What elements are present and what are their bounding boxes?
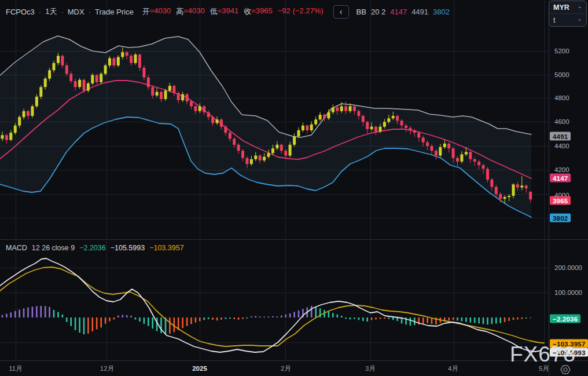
exchange-label: MDX xyxy=(68,8,84,16)
macd-name: MACD xyxy=(6,244,27,252)
bb-upper-value: 4491 xyxy=(411,8,428,16)
time-tick-label: 11月 xyxy=(9,364,22,373)
axis-tick-label: 4400 xyxy=(554,143,569,149)
macd-indicator-legend[interactable]: MACD 12 26 close 9 −2.2036 −105.5993 −10… xyxy=(6,244,184,252)
price-badge: −2.2036 xyxy=(550,315,580,323)
timezone-settings-icon[interactable] xyxy=(560,364,571,375)
macd-hist-value: −2.2036 xyxy=(79,244,106,252)
price-badge: 3802 xyxy=(550,214,571,222)
time-tick-label: 4月 xyxy=(448,364,458,373)
time-tick-label: 2月 xyxy=(281,364,291,373)
axis-tick-label: 5200 xyxy=(554,48,569,54)
close-value: =3965 xyxy=(251,6,273,17)
unit-value: t xyxy=(553,16,555,24)
axis-tick-label: 4800 xyxy=(554,94,569,101)
open-value: =4030 xyxy=(150,6,171,17)
price-badge: 3965 xyxy=(550,196,571,205)
macd-params: 12 26 close 9 xyxy=(32,244,75,252)
chevron-down-icon: ⌄ xyxy=(578,3,582,9)
chevron-left-icon: ‹ xyxy=(340,8,343,16)
price-badge: 4147 xyxy=(550,174,571,182)
chart-app: FCPOc3 · 1天 · MDX · Trade Price 开=4030 高… xyxy=(0,0,588,376)
axis-tick-label: 200.0000 xyxy=(554,264,582,271)
high-label: 高 xyxy=(176,6,183,17)
low-label: 低 xyxy=(210,6,218,17)
ohlc-values: 开=4030 高=4030 低=3941 收=3965 −92 (−2.27%) xyxy=(142,6,324,17)
axis-tick-label: 4600 xyxy=(554,118,569,125)
bb-basis-value: 4147 xyxy=(390,8,407,16)
macd-line-value: −105.5993 xyxy=(111,244,145,252)
interval-label: 1天 xyxy=(45,6,57,17)
close-label: 收 xyxy=(244,6,251,17)
price-badge: 4491 xyxy=(550,132,571,141)
bb-lower-value: 3802 xyxy=(433,8,450,16)
macd-signal-value: −103.3957 xyxy=(149,244,183,252)
price-badge: −103.3957 xyxy=(550,340,588,348)
series-type-label: Trade Price xyxy=(95,8,134,16)
pane-separator[interactable] xyxy=(0,239,588,240)
unit-dropdown[interactable]: t ⌄ xyxy=(549,13,586,26)
axis-tick-label: 4200 xyxy=(554,166,569,173)
bb-params: 20 2 xyxy=(371,8,385,16)
time-tick-label: 12月 xyxy=(100,364,114,373)
price-axis[interactable]: 5200500048004600440042004000200.0000100.… xyxy=(549,0,588,360)
change-value: −92 (−2.27%) xyxy=(278,6,324,17)
bb-indicator-legend[interactable]: BB 20 2 4147 4491 3802 xyxy=(357,8,450,16)
time-tick-label: 5月 xyxy=(539,364,549,373)
high-value: =4030 xyxy=(183,6,205,17)
symbol-name: FCPOc3 xyxy=(6,8,35,16)
separator-dot: · xyxy=(61,8,63,16)
main-legend[interactable]: FCPOc3 · 1天 · MDX · Trade Price 开=4030 高… xyxy=(6,6,450,17)
price-badge: −105.5993 xyxy=(550,348,588,357)
bb-name: BB xyxy=(357,8,366,16)
separator-dot: · xyxy=(39,8,41,16)
time-tick-label: 3月 xyxy=(365,364,376,373)
chart-canvas[interactable] xyxy=(0,0,588,376)
axis-tick-label: 5000 xyxy=(554,71,569,78)
time-tick-label: 2025 xyxy=(192,365,207,372)
axis-unit-widget: MYR ⌄ t ⌄ xyxy=(549,1,587,27)
time-axis[interactable]: 11月12月20252月3月4月5月 xyxy=(0,361,588,376)
low-value: =3941 xyxy=(218,6,239,17)
separator-dot: · xyxy=(89,8,91,16)
axis-tick-label: 100.0000 xyxy=(554,289,582,296)
chevron-down-icon: ⌄ xyxy=(578,16,582,22)
legend-collapse-button[interactable]: ‹ xyxy=(333,5,349,19)
currency-value: MYR xyxy=(553,3,569,12)
open-label: 开 xyxy=(142,6,150,17)
currency-dropdown[interactable]: MYR ⌄ xyxy=(549,1,586,13)
